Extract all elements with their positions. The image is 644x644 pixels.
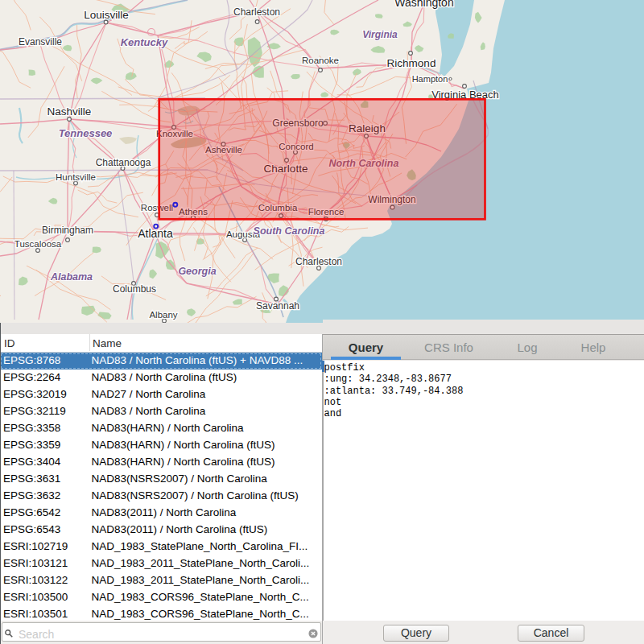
svg-text:Louisville: Louisville (84, 9, 129, 21)
svg-text:Huntsville: Huntsville (56, 172, 96, 182)
svg-text:Roanoke: Roanoke (302, 56, 339, 65)
svg-text:Richmond: Richmond (387, 57, 436, 69)
svg-text:South Carolina: South Carolina (254, 225, 325, 237)
svg-text:Virginia: Virginia (362, 29, 398, 40)
svg-text:Savannah: Savannah (256, 300, 299, 312)
svg-text:Hampton: Hampton (412, 74, 448, 84)
svg-text:Nashville: Nashville (47, 105, 92, 118)
svg-text:Charleston: Charleston (233, 6, 280, 18)
svg-text:Albany: Albany (149, 310, 177, 320)
svg-text:Tennessee: Tennessee (59, 127, 113, 139)
svg-text:Chattanooga: Chattanooga (96, 157, 151, 168)
svg-text:Birmingham: Birmingham (42, 225, 93, 236)
svg-text:Georgia: Georgia (178, 266, 216, 277)
svg-text:Kentucky: Kentucky (121, 36, 168, 48)
svg-text:Washington: Washington (394, 0, 453, 9)
svg-text:Charleston: Charleston (295, 256, 342, 267)
svg-text:Tuscaloosa: Tuscaloosa (14, 239, 62, 249)
svg-text:Columbus: Columbus (113, 283, 156, 295)
svg-text:Alabama: Alabama (50, 271, 93, 283)
svg-text:Evansville: Evansville (19, 36, 62, 47)
